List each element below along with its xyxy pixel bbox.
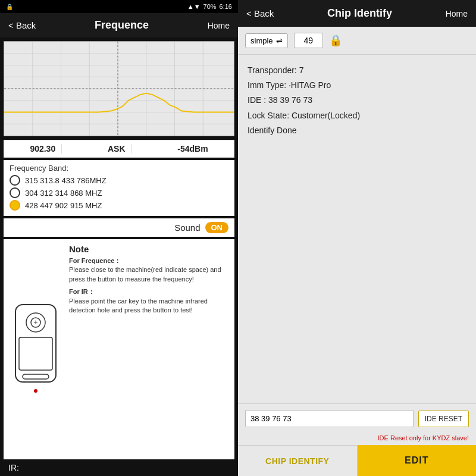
ide-input-row: IDE RESET bbox=[238, 403, 476, 433]
sound-toggle[interactable]: ON bbox=[205, 222, 229, 233]
ir-row: IR: bbox=[0, 459, 238, 476]
chip-controls: simple ⇌ 49 🔒 bbox=[238, 27, 476, 55]
time-text: 6:16 bbox=[220, 3, 232, 10]
lock-icon: 🔒 bbox=[329, 34, 342, 47]
imm-type-line: Imm Type: ·HITAG Pro bbox=[248, 78, 466, 93]
transponder-line: Transponder: 7 bbox=[248, 63, 466, 78]
note-ir-section: For IR： Please point the car key to the … bbox=[69, 287, 228, 315]
radio-option-3[interactable]: 428 447 902 915 MHZ bbox=[10, 200, 228, 211]
status-bar: 🔒 ▲▼ 70% 6:16 bbox=[0, 0, 238, 13]
radio-circle-1 bbox=[10, 175, 20, 186]
left-header: < Back Frequence Home bbox=[0, 13, 238, 37]
right-header: < Back Chip Identify Home bbox=[238, 0, 476, 27]
radio-circle-2 bbox=[10, 187, 20, 198]
mode-label: simple bbox=[250, 36, 273, 45]
battery-text: 70% bbox=[203, 3, 217, 10]
note-title: Note bbox=[69, 244, 228, 254]
note-section: + Note For Frequence： Please close to th… bbox=[4, 239, 234, 459]
ide-input-field[interactable] bbox=[245, 410, 414, 427]
frequency-values: 902.30 ASK -54dBm bbox=[4, 140, 234, 158]
device-illustration: + bbox=[10, 244, 63, 455]
freq-band-label: Frequency Band: bbox=[10, 164, 228, 173]
svg-rect-21 bbox=[23, 374, 49, 379]
power-value: -54dBm bbox=[171, 144, 214, 154]
back-button[interactable]: < Back bbox=[8, 20, 36, 30]
radio-label-2: 304 312 314 868 MHZ bbox=[25, 189, 102, 198]
radio-option-1[interactable]: 315 313.8 433 786MHZ bbox=[10, 175, 228, 186]
page-title: Frequence bbox=[95, 19, 149, 32]
home-button[interactable]: Home bbox=[208, 21, 230, 30]
svg-point-22 bbox=[34, 389, 37, 393]
radio-option-2[interactable]: 304 312 314 868 MHZ bbox=[10, 187, 228, 198]
note-freq-section: For Frequence： Please close to the machi… bbox=[69, 256, 228, 284]
identify-done-line: Identify Done bbox=[248, 123, 466, 138]
frequency-chart bbox=[4, 41, 234, 136]
ir-label: IR: bbox=[8, 463, 19, 472]
chip-identify-button[interactable]: CHIP IDENTIFY bbox=[238, 445, 358, 476]
right-panel: < Back Chip Identify Home simple ⇌ 49 🔒 … bbox=[238, 0, 476, 476]
note-ir-label: For IR： bbox=[69, 288, 95, 295]
ide-line: IDE : 38 39 76 73 bbox=[248, 93, 466, 108]
svg-text:+: + bbox=[33, 318, 37, 327]
frequency-band-section: Frequency Band: 315 313.8 433 786MHZ 304… bbox=[4, 160, 234, 216]
ide-reset-button[interactable]: IDE RESET bbox=[418, 411, 469, 427]
sound-row: Sound ON bbox=[4, 218, 234, 237]
signal-icon: ▲▼ bbox=[187, 3, 201, 10]
radio-label-1: 315 313.8 433 786MHZ bbox=[25, 176, 107, 185]
note-freq-label: For Frequence： bbox=[69, 257, 121, 264]
right-home-button[interactable]: Home bbox=[446, 9, 468, 18]
right-page-title: Chip Identify bbox=[327, 7, 392, 20]
bottom-buttons: CHIP IDENTIFY EDIT bbox=[238, 445, 476, 476]
mode-arrow-icon: ⇌ bbox=[276, 36, 283, 45]
right-back-button[interactable]: < Back bbox=[246, 8, 274, 18]
ide-reset-note: IDE Reset only for KYDZ slave! bbox=[238, 433, 476, 445]
lock-state-line: Lock State: Customer(Locked) bbox=[248, 108, 466, 123]
note-content: Note For Frequence： Please close to the … bbox=[69, 244, 228, 455]
note-ir-text: Please point the car key to the machine … bbox=[69, 298, 208, 314]
chip-info: Transponder: 7 Imm Type: ·HITAG Pro IDE … bbox=[238, 55, 476, 403]
frequency-value: 902.30 bbox=[24, 144, 62, 154]
lock-icon: 🔒 bbox=[6, 4, 13, 10]
left-panel: 🔒 ▲▼ 70% 6:16 < Back Frequence Home bbox=[0, 0, 238, 476]
note-freq-text: Please close to the machine(red indicate… bbox=[69, 266, 221, 282]
edit-button[interactable]: EDIT bbox=[358, 445, 477, 476]
svg-rect-20 bbox=[19, 337, 52, 370]
mode-select[interactable]: simple ⇌ bbox=[245, 33, 288, 48]
status-right: ▲▼ 70% 6:16 bbox=[187, 3, 232, 10]
modulation-value: ASK bbox=[102, 144, 132, 154]
radio-circle-3 bbox=[10, 200, 20, 211]
sound-label: Sound bbox=[174, 223, 200, 233]
number-display: 49 bbox=[294, 33, 324, 48]
radio-label-3: 428 447 902 915 MHZ bbox=[25, 201, 102, 210]
